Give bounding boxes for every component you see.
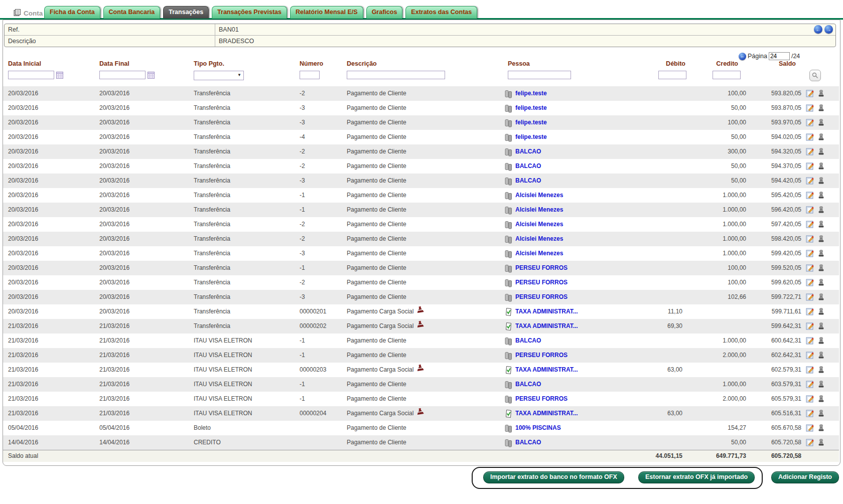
pessoa-link[interactable]: TAXA ADMINISTRAT... (515, 319, 578, 333)
pessoa-link[interactable]: BALCAO (515, 377, 541, 392)
edit-row-button[interactable] (806, 438, 815, 447)
pessoa-link[interactable]: felipe.teste (515, 130, 547, 144)
pessoa-link[interactable]: TAXA ADMINISTRAT... (515, 363, 578, 377)
previous-page-button[interactable]: ← (739, 53, 746, 60)
import-ofx-button[interactable]: Importar extrato do banco no formato OFX (483, 471, 624, 483)
delete-row-button[interactable] (817, 438, 825, 447)
edit-row-button[interactable] (806, 307, 815, 316)
delete-row-button[interactable] (817, 118, 825, 127)
delete-row-button[interactable] (817, 89, 825, 98)
delete-row-button[interactable] (817, 380, 825, 389)
edit-row-button[interactable] (806, 351, 815, 360)
delete-row-button[interactable] (817, 395, 825, 403)
edit-row-button[interactable] (806, 395, 815, 403)
delete-row-button[interactable] (817, 278, 825, 287)
pessoa-link[interactable]: felipe.teste (515, 115, 547, 130)
pessoa-link[interactable]: 100% PISCINAS (515, 421, 561, 435)
edit-row-button[interactable] (806, 162, 815, 171)
delete-row-button[interactable] (817, 322, 825, 330)
previous-record-button[interactable]: ← (814, 25, 822, 34)
edit-row-button[interactable] (806, 293, 815, 301)
filter-pessoa-input[interactable] (508, 71, 571, 79)
delete-row-button[interactable] (817, 351, 825, 360)
reverse-ofx-button[interactable]: Estornar extrato OFX já importado (638, 471, 755, 483)
pessoa-link[interactable]: TAXA ADMINISTRAT... (515, 304, 578, 319)
pessoa-link[interactable]: Alcislei Menezes (515, 203, 563, 217)
pessoa-link[interactable]: PERSEU FORROS (515, 275, 568, 290)
delete-row-button[interactable] (817, 366, 825, 374)
edit-row-button[interactable] (806, 424, 815, 432)
tab-transacoes-previstas[interactable]: Transações Previstas (212, 6, 287, 19)
calendar-icon[interactable] (56, 72, 63, 80)
filter-debito-input[interactable] (658, 71, 686, 79)
page-number-input[interactable] (769, 52, 790, 60)
tab-conta-bancaria[interactable]: Conta Bancaria (103, 6, 161, 19)
pessoa-link[interactable]: felipe.teste (515, 86, 547, 101)
delete-row-button[interactable] (817, 424, 825, 432)
edit-row-button[interactable] (806, 191, 815, 200)
edit-row-button[interactable] (806, 337, 815, 345)
edit-row-button[interactable] (806, 133, 815, 141)
pessoa-link[interactable]: BALCAO (515, 159, 541, 174)
filter-credito-input[interactable] (713, 71, 741, 79)
edit-row-button[interactable] (806, 220, 815, 229)
pessoa-link[interactable]: Alcislei Menezes (515, 232, 563, 246)
pessoa-link[interactable]: PERSEU FORROS (515, 348, 568, 363)
tab-graficos[interactable]: Graficos (366, 6, 403, 19)
next-record-button[interactable]: → (824, 25, 833, 34)
pessoa-link[interactable]: PERSEU FORROS (515, 290, 568, 304)
pessoa-link[interactable]: BALCAO (515, 333, 541, 348)
pessoa-link[interactable]: PERSEU FORROS (515, 261, 568, 275)
edit-row-button[interactable] (806, 177, 815, 185)
delete-row-button[interactable] (817, 133, 825, 141)
edit-row-button[interactable] (806, 118, 815, 127)
delete-row-button[interactable] (817, 147, 825, 156)
pessoa-link[interactable]: BALCAO (515, 144, 541, 159)
edit-row-button[interactable] (806, 104, 815, 112)
edit-row-button[interactable] (806, 147, 815, 156)
tab-ficha-da-conta[interactable]: Ficha da Conta (44, 6, 100, 19)
filter-descricao-input[interactable] (347, 71, 445, 79)
add-record-button[interactable]: Adicionar Registo (771, 471, 839, 483)
tab-extratos-das-contas[interactable]: Extratos das Contas (405, 6, 477, 19)
delete-row-button[interactable] (817, 206, 825, 214)
filter-numero-input[interactable] (300, 71, 320, 79)
filter-tipo-pgto-select[interactable]: ▼ (194, 71, 244, 80)
tab-relatorio-mensal-e-s[interactable]: Relatório Mensal E/S (290, 6, 363, 19)
delete-row-button[interactable] (817, 220, 825, 229)
delete-row-button[interactable] (817, 337, 825, 345)
edit-row-button[interactable] (806, 264, 815, 272)
pessoa-link[interactable]: BALCAO (515, 435, 541, 450)
edit-row-button[interactable] (806, 89, 815, 98)
tab-transacoes[interactable]: Transações (163, 6, 209, 19)
delete-row-button[interactable] (817, 162, 825, 171)
pessoa-link[interactable]: Alcislei Menezes (515, 217, 563, 232)
edit-row-button[interactable] (806, 206, 815, 214)
search-button[interactable] (809, 70, 821, 81)
edit-row-button[interactable] (806, 322, 815, 330)
edit-row-button[interactable] (806, 249, 815, 258)
edit-row-button[interactable] (806, 409, 815, 418)
delete-row-button[interactable] (817, 104, 825, 112)
pessoa-link[interactable]: BALCAO (515, 174, 541, 188)
pessoa-link[interactable]: TAXA ADMINISTRAT... (515, 406, 578, 421)
delete-row-button[interactable] (817, 264, 825, 272)
delete-row-button[interactable] (817, 191, 825, 200)
filter-data-inicial-input[interactable] (8, 71, 54, 79)
delete-row-button[interactable] (817, 293, 825, 301)
edit-row-button[interactable] (806, 380, 815, 389)
pessoa-link[interactable]: PERSEU FORROS (515, 392, 568, 406)
edit-row-button[interactable] (806, 278, 815, 287)
delete-row-button[interactable] (817, 409, 825, 418)
edit-row-button[interactable] (806, 366, 815, 374)
delete-row-button[interactable] (817, 307, 825, 316)
edit-row-button[interactable] (806, 235, 815, 243)
filter-data-final-input[interactable] (99, 71, 146, 79)
pessoa-link[interactable]: Alcislei Menezes (515, 188, 563, 203)
delete-row-button[interactable] (817, 177, 825, 185)
calendar-icon[interactable] (148, 72, 155, 80)
delete-row-button[interactable] (817, 235, 825, 243)
delete-row-button[interactable] (817, 249, 825, 258)
pessoa-link[interactable]: Alcislei Menezes (515, 246, 563, 261)
pessoa-link[interactable]: felipe.teste (515, 101, 547, 115)
